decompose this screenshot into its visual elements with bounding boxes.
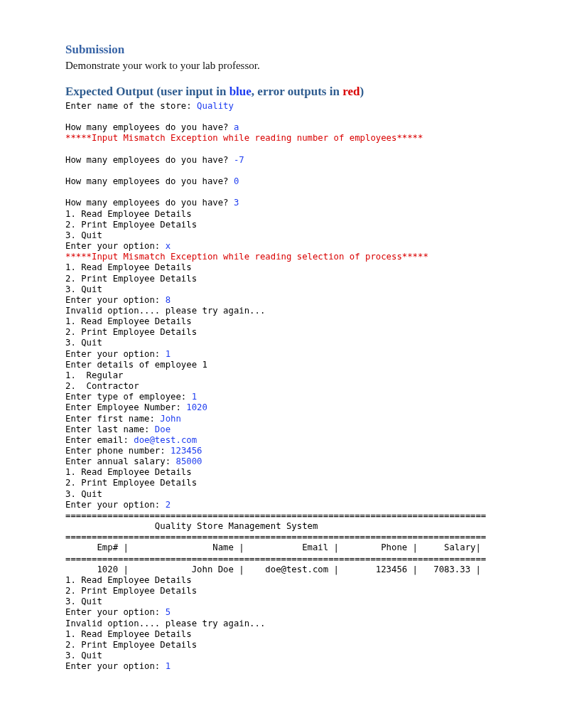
submission-heading: Submission bbox=[65, 43, 497, 57]
expected-blue-word: blue bbox=[229, 85, 252, 98]
user-input: x bbox=[166, 241, 171, 251]
user-input: 3 bbox=[234, 198, 239, 208]
user-input: 1 bbox=[166, 661, 171, 671]
expected-mid: , error outputs in bbox=[252, 85, 342, 98]
user-input: a bbox=[234, 122, 239, 132]
user-input: 0 bbox=[234, 176, 239, 186]
user-input: 1 bbox=[166, 349, 171, 359]
user-input: Quality bbox=[197, 101, 234, 111]
expected-red-word: red bbox=[342, 85, 360, 98]
error-output: *****Input Mismatch Exception while read… bbox=[65, 252, 428, 262]
user-input: 123456 bbox=[171, 446, 202, 456]
user-input: doe@test.com bbox=[134, 435, 197, 445]
expected-suffix: ) bbox=[360, 85, 364, 98]
submission-text: Demonstrate your work to your lab profes… bbox=[65, 60, 497, 72]
user-input: 1020 bbox=[186, 402, 207, 412]
user-input: 1 bbox=[192, 392, 197, 402]
error-output: *****Input Mismatch Exception while read… bbox=[65, 133, 423, 143]
console-output: Enter name of the store: Quality How man… bbox=[65, 101, 497, 672]
user-input: John bbox=[160, 414, 181, 424]
user-input: 8 bbox=[166, 295, 171, 305]
user-input: Doe bbox=[155, 424, 171, 434]
expected-output-heading: Expected Output (user input in blue, err… bbox=[65, 85, 497, 99]
user-input: 5 bbox=[166, 607, 171, 617]
user-input: 2 bbox=[166, 500, 171, 510]
user-input: -7 bbox=[234, 155, 244, 165]
user-input: 85000 bbox=[175, 456, 202, 466]
expected-prefix: Expected Output (user input in bbox=[65, 85, 229, 98]
